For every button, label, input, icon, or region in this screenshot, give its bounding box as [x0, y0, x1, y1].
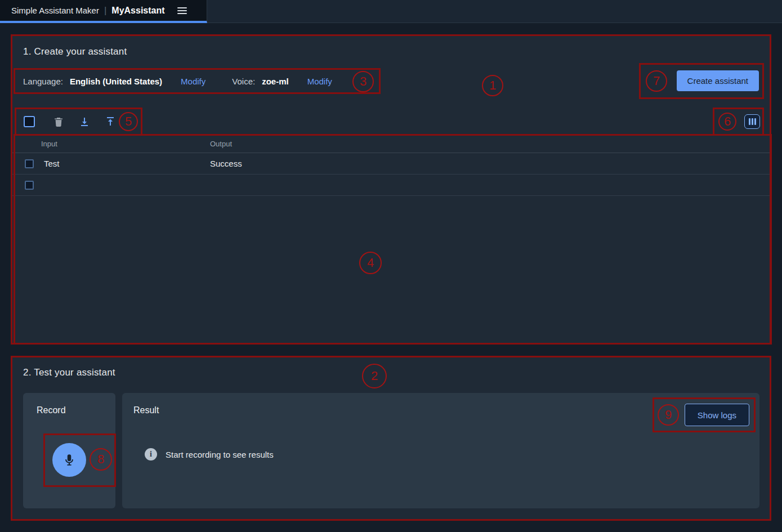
row-checkbox[interactable]: [25, 159, 34, 168]
result-title: Result: [133, 405, 159, 415]
microphone-icon: [62, 453, 77, 467]
cell-input[interactable]: Test: [44, 159, 60, 168]
column-header-output: Output: [210, 140, 232, 148]
test-assistant-section: 2. Test your assistant Record Result Sho…: [11, 356, 771, 521]
table-row[interactable]: [11, 175, 771, 196]
column-header-input: Input: [41, 140, 57, 148]
download-icon[interactable]: [79, 116, 90, 127]
voice-label: Voice:: [232, 77, 255, 86]
language-modify-link[interactable]: Modify: [181, 77, 205, 86]
hamburger-icon[interactable]: [177, 7, 187, 14]
record-button[interactable]: [52, 443, 86, 477]
table-header: Input Output: [11, 135, 771, 153]
table-toolbar: [11, 108, 771, 135]
assistant-tab[interactable]: Simple Assistant Maker | MyAssistant: [0, 0, 207, 23]
app-title: Simple Assistant Maker: [11, 6, 99, 15]
language-voice-row: Language: English (United States) Modify…: [11, 68, 771, 94]
result-empty-state: i Start recording to see results: [145, 448, 274, 461]
columns-icon[interactable]: [744, 114, 760, 129]
show-logs-button[interactable]: Show logs: [685, 404, 749, 426]
cell-output: Success: [210, 159, 242, 168]
assistant-name: MyAssistant: [111, 6, 164, 16]
voice-value: zoe-ml: [262, 77, 289, 86]
top-bar: Simple Assistant Maker | MyAssistant: [0, 0, 782, 23]
section1-title: 1. Create your assistant: [23, 46, 127, 57]
trash-icon[interactable]: [53, 116, 64, 127]
select-all-checkbox[interactable]: [24, 116, 35, 127]
language-label: Language:: [23, 77, 63, 86]
create-assistant-button[interactable]: Create assistant: [677, 70, 759, 91]
voice-modify-link[interactable]: Modify: [307, 77, 332, 86]
record-panel: Record: [23, 393, 115, 508]
create-assistant-section: 1. Create your assistant Language: Engli…: [11, 35, 771, 344]
result-empty-message: Start recording to see results: [166, 450, 274, 459]
upload-icon[interactable]: [105, 116, 116, 127]
result-panel: Result Show logs i Start recording to se…: [122, 393, 759, 508]
samples-table: Input Output Test Success: [11, 135, 771, 196]
section2-title: 2. Test your assistant: [23, 367, 115, 378]
language-value: English (United States): [70, 77, 162, 86]
table-row[interactable]: Test Success: [11, 153, 771, 175]
row-checkbox[interactable]: [25, 181, 34, 190]
title-separator: |: [104, 5, 106, 16]
record-title: Record: [37, 405, 66, 415]
info-icon: i: [145, 448, 157, 461]
